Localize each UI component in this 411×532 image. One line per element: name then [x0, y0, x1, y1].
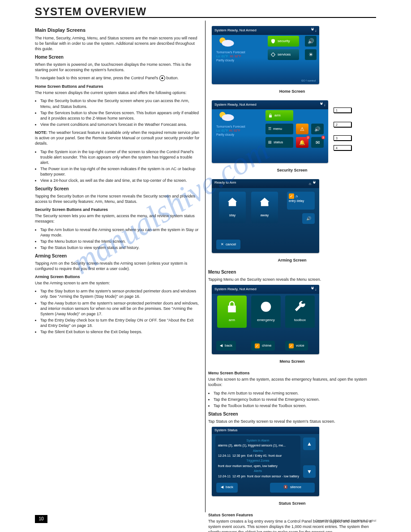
heading-security: Security Screen [35, 186, 201, 192]
para: When the system is powered on, the touch… [35, 62, 201, 73]
list-item: View a 24-hour clock, as well as the dat… [40, 178, 201, 183]
back-button[interactable]: ◀back [216, 341, 236, 351]
para: Tapping Menu on the Security screen reve… [208, 277, 376, 282]
arm-button[interactable]: arm [217, 296, 247, 328]
list-item: Tap the System icon in the top-right cor… [40, 149, 201, 165]
back-button[interactable]: ◀back [216, 483, 238, 493]
check-icon: ✓ [289, 343, 294, 348]
heading-security-buttons: Security Screen Buttons and Features [35, 207, 201, 212]
speaker-button[interactable]: 🔊 [305, 36, 317, 47]
menu-button[interactable]: ☰ menu [265, 124, 293, 134]
para: Tapping Arm on the Security screen revea… [35, 261, 201, 271]
arm-button[interactable]: arm [265, 110, 293, 121]
target-icon [270, 52, 276, 57]
icons: ⌂ [309, 180, 317, 187]
left-column: Main Display Screens The Home, Security,… [35, 23, 201, 337]
para: Tapping the Security button on the Home … [35, 193, 201, 204]
heading-status: Status Screen [208, 411, 376, 417]
mute-icon: 🔇 [283, 485, 288, 490]
list-item: Tap the Arm button to reveal the Arming … [214, 390, 376, 396]
caption-status: Status Screen [208, 501, 376, 506]
heading-arming: Arming Screen [35, 253, 201, 259]
weather-cond: Partly cloudy [216, 58, 265, 62]
check-icon: ✓ [255, 343, 260, 348]
speaker-button[interactable]: 🔊 [311, 124, 324, 134]
home-person-icon [226, 196, 239, 209]
back-icon: ◀ [221, 485, 223, 490]
list-item: Tap the Menu button to reveal the Menu s… [40, 239, 201, 244]
caption-arming: Arming Screen [208, 257, 376, 263]
message-button[interactable]: ✉3 [311, 137, 324, 148]
menu-icon: ☰ [268, 127, 271, 132]
column-divider [205, 21, 206, 512]
plug-icon: ↓ [310, 286, 317, 292]
status-text: System Ready, Not Armed [214, 28, 257, 33]
callout: 1 [334, 107, 351, 113]
para: The Security screen lets you arm the sys… [35, 213, 201, 224]
screenshot-home: System Ready, Not Armed ↓ Tomorrow's For… [212, 26, 319, 84]
plug-icon: ↓ [310, 27, 317, 34]
forecast-label: Tomorrow's Forecast [216, 50, 265, 54]
para: Tap Status on the Security screen to rev… [208, 419, 376, 424]
para: Use this screen to arm the system, acces… [208, 377, 376, 387]
screenshot-security: System Ready, Not Armed ↓ Tomorrow's For… [212, 100, 328, 163]
title: Ready to Arm [214, 180, 236, 187]
wrench-icon [293, 300, 307, 313]
page-number: 10 [35, 515, 47, 523]
status-panel: System In Alarm alarms (2), alerts (1), … [215, 436, 300, 478]
silent-exit-button[interactable]: 🔊 [302, 213, 315, 224]
list-item: The Power icon in the top-right of the s… [40, 166, 201, 177]
para: Use the Arming screen to arm the system: [35, 280, 201, 286]
heading-menu: Menu Screen [208, 269, 376, 275]
right-column: System Ready, Not Armed ↓ Tomorrow's For… [208, 23, 376, 532]
voice-toggle[interactable]: ✓voice [285, 341, 308, 351]
shield-icon [270, 39, 276, 44]
list-item: Tap the Arm button to reveal the Arming … [40, 227, 201, 238]
brand-logo: GO ! control [301, 79, 316, 82]
sun-cloud-icon [216, 110, 237, 124]
list-item: Tap the Away button to arm the system's … [40, 300, 201, 317]
emergency-button[interactable]: emergency [251, 296, 281, 328]
list-item: Tap the Emergency button to reveal the E… [214, 397, 376, 402]
svg-point-5 [231, 202, 234, 204]
callout: 4 [334, 145, 351, 150]
list-item: View the current conditions and tomorrow… [40, 122, 201, 127]
list-item: Tap the Stay button to arm the system's … [40, 288, 201, 299]
alarm-button[interactable]: 🔔2 [296, 137, 308, 148]
bell-icon: 🔔 [299, 139, 305, 146]
page-title: SYSTEM OVERVIEW [35, 5, 146, 18]
title: System Status [214, 428, 238, 433]
screenshot-arming: Ready to Arm ⌂ stay away ✓ ◔ entry delay… [212, 179, 319, 253]
chime-toggle[interactable]: ✓chime [251, 341, 275, 351]
heading-main-screens: Main Display Screens [35, 27, 201, 34]
list-item: Tap the Toolbox button to reveal the Too… [214, 403, 376, 408]
caption-home: Home Screen [208, 89, 376, 94]
alert-button[interactable]: ⚠ [296, 124, 308, 134]
caption-security: Security Screen [208, 167, 376, 173]
services-button[interactable]: services [268, 49, 299, 60]
silence-button[interactable]: 🔇silence [270, 483, 315, 493]
scroll-down-button[interactable]: ▼ [303, 465, 316, 478]
copyright: Copyright © 2015 Nortek Security & Contr… [316, 519, 377, 522]
heading-menu-buttons: Menu Screen Buttons [208, 370, 376, 376]
callout: 3 [334, 135, 351, 141]
stay-button[interactable]: stay [219, 192, 246, 223]
heading-status-features: Status Screen Features [208, 512, 376, 518]
heading-home: Home Screen [35, 54, 201, 60]
security-button[interactable]: security [268, 36, 299, 47]
status-text: System Ready, Not Armed [214, 103, 257, 107]
entry-delay-toggle[interactable]: ✓ ◔ entry delay [287, 192, 315, 210]
check-icon: ✓ [289, 193, 294, 199]
close-icon: ✕ [221, 242, 224, 247]
list-item: Tap the Status button to view system sta… [40, 245, 201, 250]
brightness-button[interactable]: ☀ [305, 49, 317, 60]
scroll-up-button[interactable]: ▲ [303, 438, 316, 450]
away-button[interactable]: away [251, 192, 278, 223]
svg-point-4 [222, 114, 234, 121]
list-item: Tap the Entry Delay check box to turn th… [40, 317, 201, 328]
list-item: Tap the Security button to show the Secu… [40, 98, 201, 109]
cancel-button[interactable]: ✕ cancel [216, 240, 240, 249]
status-button[interactable]: ▤ status [265, 137, 293, 148]
toolbox-button[interactable]: toolbox [285, 296, 315, 328]
sun-cloud-icon [216, 36, 237, 49]
